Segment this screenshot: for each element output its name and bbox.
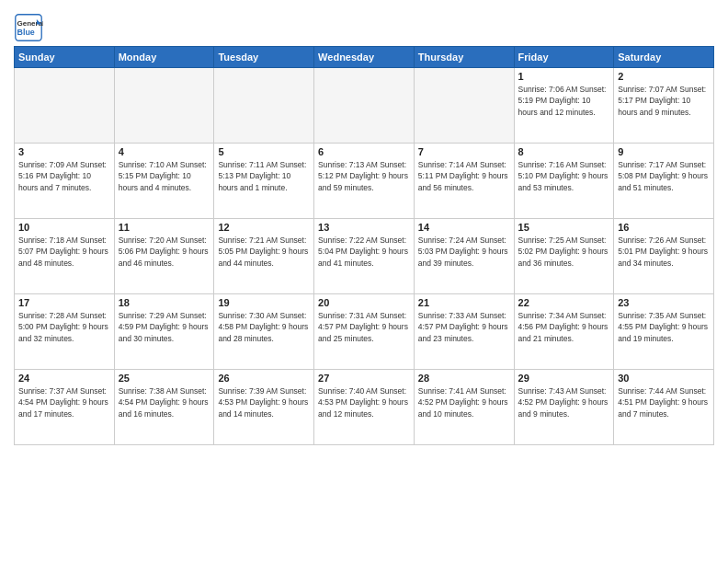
day-info: Sunrise: 7:18 AM Sunset: 5:07 PM Dayligh…	[18, 235, 110, 269]
day-info: Sunrise: 7:21 AM Sunset: 5:05 PM Dayligh…	[218, 235, 310, 269]
day-info: Sunrise: 7:37 AM Sunset: 4:54 PM Dayligh…	[18, 385, 110, 419]
day-info: Sunrise: 7:35 AM Sunset: 4:55 PM Dayligh…	[618, 310, 710, 344]
weekday-header-friday: Friday	[514, 47, 614, 68]
calendar-cell	[214, 68, 314, 144]
logo: General Blue	[14, 13, 47, 42]
calendar-cell: 18Sunrise: 7:29 AM Sunset: 4:59 PM Dayli…	[114, 294, 214, 370]
day-info: Sunrise: 7:16 AM Sunset: 5:10 PM Dayligh…	[518, 159, 610, 193]
day-number: 15	[518, 222, 610, 233]
calendar-week-row: 1Sunrise: 7:06 AM Sunset: 5:19 PM Daylig…	[15, 68, 714, 144]
calendar-cell: 8Sunrise: 7:16 AM Sunset: 5:10 PM Daylig…	[514, 144, 614, 219]
day-info: Sunrise: 7:44 AM Sunset: 4:51 PM Dayligh…	[618, 385, 710, 419]
day-info: Sunrise: 7:40 AM Sunset: 4:53 PM Dayligh…	[318, 385, 410, 419]
day-info: Sunrise: 7:25 AM Sunset: 5:02 PM Dayligh…	[518, 235, 610, 269]
calendar-header-row: SundayMondayTuesdayWednesdayThursdayFrid…	[15, 47, 714, 68]
calendar-cell: 15Sunrise: 7:25 AM Sunset: 5:02 PM Dayli…	[514, 219, 614, 294]
calendar-cell: 13Sunrise: 7:22 AM Sunset: 5:04 PM Dayli…	[314, 219, 415, 294]
calendar-cell	[15, 68, 115, 144]
day-info: Sunrise: 7:24 AM Sunset: 5:03 PM Dayligh…	[418, 235, 510, 269]
day-info: Sunrise: 7:41 AM Sunset: 4:52 PM Dayligh…	[418, 385, 510, 419]
calendar-cell: 26Sunrise: 7:39 AM Sunset: 4:53 PM Dayli…	[214, 370, 314, 445]
day-number: 4	[119, 146, 210, 157]
calendar-cell: 30Sunrise: 7:44 AM Sunset: 4:51 PM Dayli…	[614, 370, 714, 445]
day-number: 14	[418, 222, 510, 233]
svg-text:Blue: Blue	[17, 28, 35, 37]
day-info: Sunrise: 7:13 AM Sunset: 5:12 PM Dayligh…	[318, 159, 410, 193]
day-number: 17	[18, 297, 110, 308]
day-info: Sunrise: 7:26 AM Sunset: 5:01 PM Dayligh…	[618, 235, 710, 269]
calendar-week-row: 3Sunrise: 7:09 AM Sunset: 5:16 PM Daylig…	[15, 144, 714, 219]
calendar-cell: 28Sunrise: 7:41 AM Sunset: 4:52 PM Dayli…	[414, 370, 514, 445]
day-info: Sunrise: 7:43 AM Sunset: 4:52 PM Dayligh…	[518, 385, 610, 419]
day-number: 30	[618, 373, 710, 384]
calendar-cell: 12Sunrise: 7:21 AM Sunset: 5:05 PM Dayli…	[214, 219, 314, 294]
day-info: Sunrise: 7:38 AM Sunset: 4:54 PM Dayligh…	[119, 385, 210, 419]
day-info: Sunrise: 7:06 AM Sunset: 5:19 PM Dayligh…	[518, 84, 610, 118]
day-number: 22	[518, 297, 610, 308]
day-info: Sunrise: 7:30 AM Sunset: 4:58 PM Dayligh…	[218, 310, 310, 344]
calendar-cell: 27Sunrise: 7:40 AM Sunset: 4:53 PM Dayli…	[314, 370, 415, 445]
weekday-header-thursday: Thursday	[414, 47, 514, 68]
calendar-cell: 5Sunrise: 7:11 AM Sunset: 5:13 PM Daylig…	[214, 144, 314, 219]
calendar-cell: 7Sunrise: 7:14 AM Sunset: 5:11 PM Daylig…	[414, 144, 514, 219]
day-info: Sunrise: 7:34 AM Sunset: 4:56 PM Dayligh…	[518, 310, 610, 344]
calendar-cell: 16Sunrise: 7:26 AM Sunset: 5:01 PM Dayli…	[614, 219, 714, 294]
calendar-table: SundayMondayTuesdayWednesdayThursdayFrid…	[14, 46, 714, 445]
day-number: 29	[518, 373, 610, 384]
calendar-cell: 4Sunrise: 7:10 AM Sunset: 5:15 PM Daylig…	[114, 144, 214, 219]
day-number: 8	[518, 146, 610, 157]
day-info: Sunrise: 7:17 AM Sunset: 5:08 PM Dayligh…	[618, 159, 710, 193]
calendar-cell: 19Sunrise: 7:30 AM Sunset: 4:58 PM Dayli…	[214, 294, 314, 370]
day-number: 11	[119, 222, 210, 233]
day-info: Sunrise: 7:10 AM Sunset: 5:15 PM Dayligh…	[119, 159, 210, 193]
day-number: 25	[119, 373, 210, 384]
logo-icon: General Blue	[14, 13, 43, 42]
calendar-cell: 11Sunrise: 7:20 AM Sunset: 5:06 PM Dayli…	[114, 219, 214, 294]
calendar-cell: 9Sunrise: 7:17 AM Sunset: 5:08 PM Daylig…	[614, 144, 714, 219]
day-number: 1	[518, 71, 610, 82]
header: General Blue	[14, 9, 714, 42]
calendar-week-row: 24Sunrise: 7:37 AM Sunset: 4:54 PM Dayli…	[15, 370, 714, 445]
day-number: 26	[218, 373, 310, 384]
calendar-cell: 21Sunrise: 7:33 AM Sunset: 4:57 PM Dayli…	[414, 294, 514, 370]
day-number: 24	[18, 373, 110, 384]
calendar-cell: 3Sunrise: 7:09 AM Sunset: 5:16 PM Daylig…	[15, 144, 115, 219]
day-number: 6	[318, 146, 410, 157]
day-info: Sunrise: 7:20 AM Sunset: 5:06 PM Dayligh…	[119, 235, 210, 269]
calendar-cell: 10Sunrise: 7:18 AM Sunset: 5:07 PM Dayli…	[15, 219, 115, 294]
calendar-cell: 6Sunrise: 7:13 AM Sunset: 5:12 PM Daylig…	[314, 144, 415, 219]
calendar-cell: 24Sunrise: 7:37 AM Sunset: 4:54 PM Dayli…	[15, 370, 115, 445]
day-info: Sunrise: 7:31 AM Sunset: 4:57 PM Dayligh…	[318, 310, 410, 344]
calendar-cell: 14Sunrise: 7:24 AM Sunset: 5:03 PM Dayli…	[414, 219, 514, 294]
day-info: Sunrise: 7:11 AM Sunset: 5:13 PM Dayligh…	[218, 159, 310, 193]
calendar-cell: 17Sunrise: 7:28 AM Sunset: 5:00 PM Dayli…	[15, 294, 115, 370]
weekday-header-wednesday: Wednesday	[314, 47, 415, 68]
day-number: 13	[318, 222, 410, 233]
day-info: Sunrise: 7:09 AM Sunset: 5:16 PM Dayligh…	[18, 159, 110, 193]
day-info: Sunrise: 7:14 AM Sunset: 5:11 PM Dayligh…	[418, 159, 510, 193]
day-info: Sunrise: 7:39 AM Sunset: 4:53 PM Dayligh…	[218, 385, 310, 419]
calendar-week-row: 17Sunrise: 7:28 AM Sunset: 5:00 PM Dayli…	[15, 294, 714, 370]
calendar-cell: 1Sunrise: 7:06 AM Sunset: 5:19 PM Daylig…	[514, 68, 614, 144]
weekday-header-tuesday: Tuesday	[214, 47, 314, 68]
calendar-cell: 2Sunrise: 7:07 AM Sunset: 5:17 PM Daylig…	[614, 68, 714, 144]
day-number: 5	[218, 146, 310, 157]
calendar-cell	[114, 68, 214, 144]
calendar-cell: 20Sunrise: 7:31 AM Sunset: 4:57 PM Dayli…	[314, 294, 415, 370]
day-number: 27	[318, 373, 410, 384]
calendar-container: General Blue SundayMondayTuesdayWednesda…	[0, 0, 728, 563]
day-info: Sunrise: 7:29 AM Sunset: 4:59 PM Dayligh…	[119, 310, 210, 344]
day-info: Sunrise: 7:22 AM Sunset: 5:04 PM Dayligh…	[318, 235, 410, 269]
day-number: 2	[618, 71, 710, 82]
calendar-cell	[414, 68, 514, 144]
calendar-cell: 22Sunrise: 7:34 AM Sunset: 4:56 PM Dayli…	[514, 294, 614, 370]
weekday-header-monday: Monday	[114, 47, 214, 68]
day-number: 10	[18, 222, 110, 233]
weekday-header-sunday: Sunday	[15, 47, 115, 68]
day-info: Sunrise: 7:28 AM Sunset: 5:00 PM Dayligh…	[18, 310, 110, 344]
calendar-cell: 25Sunrise: 7:38 AM Sunset: 4:54 PM Dayli…	[114, 370, 214, 445]
calendar-cell: 29Sunrise: 7:43 AM Sunset: 4:52 PM Dayli…	[514, 370, 614, 445]
day-number: 20	[318, 297, 410, 308]
day-number: 9	[618, 146, 710, 157]
day-number: 18	[119, 297, 210, 308]
